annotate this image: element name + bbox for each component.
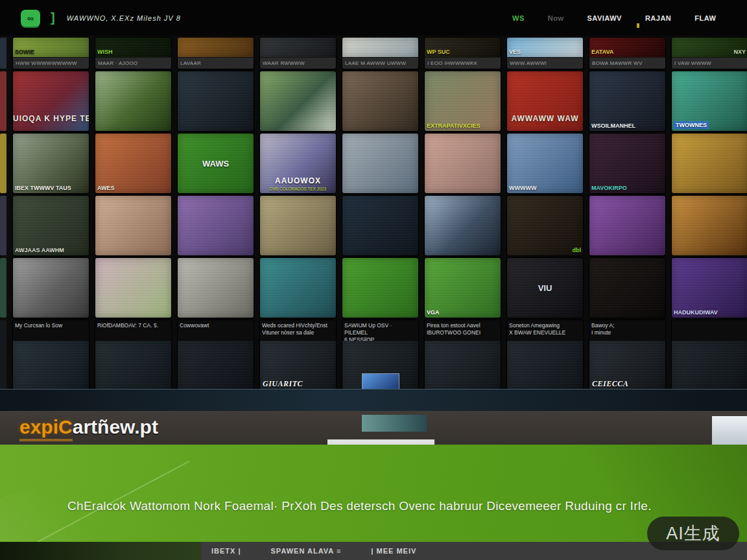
thumb-caption-bar: LAAE M AWWW UWWW: [342, 57, 418, 69]
thumb-image: AWWAWW WAW: [507, 71, 583, 131]
shelf-lower: expiCartñew.pt: [0, 389, 747, 445]
video-thumb[interactable]: WSOILMANHEL: [589, 71, 665, 131]
video-thumb[interactable]: Pirea ton estoot AavelIBUROTWOO GONEI: [425, 320, 501, 389]
video-thumb[interactable]: [13, 258, 89, 318]
thumb-image: EXTRAPATIVXCIES: [425, 71, 501, 131]
video-thumb[interactable]: [95, 258, 171, 318]
nav-item-flaw[interactable]: FLAW: [694, 14, 716, 22]
app-logo-icon[interactable]: ∞: [21, 10, 40, 27]
thumb-overlay-text: SOWIE: [15, 49, 34, 55]
footer-left-texture: [0, 542, 201, 560]
video-thumb[interactable]: Bawoy A;I minuteCEIECCA: [589, 320, 665, 389]
promo-banner[interactable]: expiCartñew.pt: [0, 411, 747, 445]
video-thumb[interactable]: [260, 196, 336, 255]
nav-item-ws[interactable]: WS: [512, 14, 525, 22]
thumb-caption-bar: WWW.AWWWI: [507, 57, 583, 69]
video-thumb[interactable]: [425, 134, 501, 193]
thumb-caption-bar: WAAR RWWWW: [260, 57, 336, 69]
video-thumb[interactable]: MAVOKIRPO: [589, 134, 665, 193]
video-thumb[interactable]: [672, 134, 747, 193]
nav-item-rajan[interactable]: RAJAN: [645, 14, 671, 22]
video-thumb[interactable]: [178, 71, 254, 131]
thumb-image: TWOWNES: [672, 71, 747, 131]
video-thumb[interactable]: EXTRAPATIVXCIES: [425, 71, 501, 131]
footer-item-spawen-alava[interactable]: SPAWEN ALAVA ≡: [271, 547, 342, 555]
thumb-image: [589, 258, 665, 318]
thumb-image: AWES: [95, 134, 171, 193]
thumb-image: WISH: [95, 38, 171, 57]
thumb-image: EATAVA: [589, 38, 665, 57]
ai-watermark: AI生成: [647, 517, 739, 550]
video-thumb[interactable]: TWOWNES: [672, 71, 747, 131]
thumb-overlay-text: AAUOWOX: [260, 176, 336, 185]
video-thumb[interactable]: [95, 71, 171, 131]
video-thumb[interactable]: AWWAWW WAW: [507, 71, 583, 131]
nav-item-saviawv[interactable]: SAVIAWV: [587, 14, 621, 22]
brand-text: WAWWNO, X.EXz Milesh JV 8: [67, 14, 181, 22]
footer-item-mee-meiv[interactable]: | MEE MEIV: [371, 547, 416, 555]
video-thumb[interactable]: WISHMAAR · AJOOO: [95, 38, 171, 69]
video-thumb[interactable]: UIOQA K HYPE TE: [13, 71, 89, 131]
video-thumb[interactable]: WAWS: [178, 134, 254, 193]
thumb-overlay-text: UIOQA K HYPE TE: [13, 114, 89, 123]
video-thumb[interactable]: IBEX TWWWV TAUS: [13, 134, 89, 193]
video-thumb[interactable]: SAWIUM Up OSV · PILEMEL6 NESSilOP: [342, 320, 418, 389]
video-thumb[interactable]: [260, 258, 336, 318]
video-thumb[interactable]: [672, 196, 747, 255]
video-thumb[interactable]: RiOfDAMBOAV: 7 CA. 5.: [95, 320, 171, 389]
thumb-image: dbl: [507, 196, 583, 255]
logo-glyph: ∞: [27, 14, 34, 23]
thumb-caption: Cowwovawt: [178, 320, 254, 341]
video-thumb[interactable]: WAAR RWWWW: [260, 38, 336, 69]
thumb-image: [95, 341, 171, 389]
thumb-image: UIOQA K HYPE TE: [13, 71, 89, 131]
thumb-overlay-text: WAWS: [178, 159, 254, 169]
thumb-image: NXY: [672, 38, 747, 57]
video-thumb[interactable]: Cowwovawt: [178, 320, 254, 389]
video-thumb[interactable]: LAAE M AWWW UWWW: [342, 38, 418, 69]
video-thumb[interactable]: [260, 71, 336, 131]
thumb-image: [260, 71, 336, 131]
thumb-image: [178, 258, 254, 318]
video-thumb[interactable]: My Curcsan lo Sow: [13, 320, 89, 389]
video-thumb[interactable]: LAVAAR: [178, 38, 254, 69]
video-thumb[interactable]: VESWWW.AWWWI: [507, 38, 583, 69]
video-thumb[interactable]: HADUKUDIWAV: [672, 258, 747, 318]
video-thumb[interactable]: VIU: [507, 258, 583, 318]
video-thumb[interactable]: [589, 196, 665, 255]
thumb-image: [260, 38, 336, 57]
video-thumb[interactable]: dbl: [507, 196, 583, 255]
video-thumb[interactable]: NXYI VAW WWWW: [672, 38, 747, 69]
video-thumb[interactable]: [178, 196, 254, 255]
thumb-caption-bar: BOWA MAWWR WV: [589, 57, 665, 69]
video-thumb[interactable]: [342, 196, 418, 255]
video-thumb[interactable]: [342, 258, 418, 318]
video-thumb[interactable]: WWWWW: [507, 134, 583, 193]
video-thumb[interactable]: [672, 320, 747, 389]
video-thumb[interactable]: [95, 196, 171, 255]
banner-wordmark-accent: expiC: [19, 416, 73, 441]
thumb-overlay-text: dbl: [573, 247, 582, 253]
video-thumb[interactable]: [178, 258, 254, 318]
video-thumb[interactable]: AAUOWOXDVB COLORADOS TEX 2023: [260, 134, 336, 193]
wall-row: My Curcsan lo SowRiOfDAMBOAV: 7 CA. 5.Co…: [0, 320, 747, 389]
video-thumb[interactable]: [342, 134, 418, 193]
video-thumb[interactable]: SOWIEHWW WWWWWWWWW: [13, 38, 89, 69]
video-thumb[interactable]: [342, 71, 418, 131]
thumb-overlay-text: EXTRAPATIVXCIES: [427, 122, 480, 129]
video-thumb[interactable]: VGA: [425, 258, 501, 318]
video-thumb[interactable]: [425, 196, 501, 255]
video-thumb[interactable]: AWES: [95, 134, 171, 193]
thumb-caption-bar: LAVAAR: [178, 57, 254, 69]
video-thumb[interactable]: WP SUCI EOO IHWWWWKK: [425, 38, 501, 69]
nav-item-now[interactable]: Now: [548, 14, 564, 22]
footer-item-ibetx[interactable]: IBETX |: [211, 547, 241, 555]
video-thumb[interactable]: AWJAAS AAWHM: [13, 196, 89, 255]
video-thumb[interactable]: EATAVABOWA MAWWR WV: [589, 38, 665, 69]
thumb-caption-bar: MAAR · AJOOO: [95, 57, 171, 69]
thumb-image: [342, 341, 418, 389]
video-thumb[interactable]: Soneton AmegawingX BWAW ENEVUELLE: [507, 320, 583, 389]
video-thumb[interactable]: Weds ocared HiVchty/EnstVituner nóser sa…: [260, 320, 336, 389]
video-thumb[interactable]: [589, 258, 665, 318]
thumb-image: WAWS: [178, 134, 254, 193]
